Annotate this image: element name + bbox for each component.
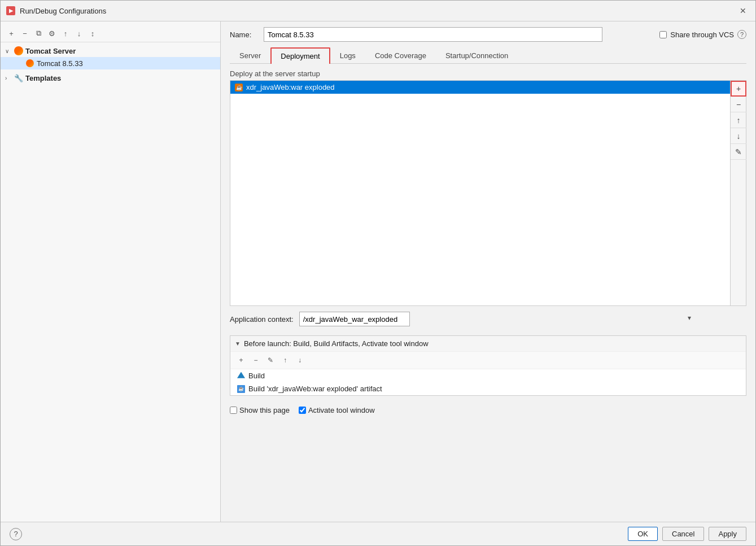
bl-item-build-label: Build <box>248 372 265 380</box>
vcs-help-icon[interactable]: ? <box>737 30 746 39</box>
deploy-at-startup-label: Deploy at the server startup <box>230 69 746 78</box>
tabs-row: Server Deployment Logs Code Coverage Sta… <box>230 47 746 64</box>
tab-server[interactable]: Server <box>230 47 270 63</box>
deployment-content: Deploy at the server startup ☕ xdr_javaW… <box>230 69 746 522</box>
bl-edit-button[interactable]: ✎ <box>264 354 277 366</box>
deploy-edit-button[interactable]: ✎ <box>731 144 746 160</box>
artifact-build-icon: ☕ <box>237 385 245 393</box>
group-arrow: ∨ <box>5 48 12 54</box>
share-vcs-label: Share through VCS <box>670 30 734 39</box>
footer-right: OK Cancel Apply <box>628 527 746 541</box>
deploy-list-container: ☕ xdr_javaWeb:war exploded + − ↑ ↓ ✎ <box>230 80 746 306</box>
share-vcs-checkbox[interactable] <box>659 31 667 38</box>
activate-window-checkbox[interactable] <box>299 407 306 414</box>
bl-item-build: Build <box>230 369 746 382</box>
title-bar: ▶ Run/Debug Configurations ✕ <box>1 1 755 21</box>
name-input[interactable] <box>264 27 602 42</box>
before-launch-section: ▼ Before launch: Build, Build Artifacts,… <box>230 335 746 396</box>
build-icon <box>237 372 245 380</box>
right-panel: Name: Share through VCS ? Server Deploym… <box>221 21 755 522</box>
tab-startup-connection[interactable]: Startup/Connection <box>436 47 518 63</box>
bl-remove-button[interactable]: − <box>250 354 262 366</box>
artifact-icon: ☕ <box>235 84 243 91</box>
deploy-down-button[interactable]: ↓ <box>731 128 746 144</box>
main-content: + − ⧉ ⚙ ↑ ↓ ↕ ∨ Tomcat Server Tomcat 8.5… <box>1 21 755 522</box>
deploy-item-label: xdr_javaWeb:war exploded <box>246 83 335 91</box>
before-launch-title: Before launch: Build, Build Artifacts, A… <box>244 339 741 348</box>
name-label: Name: <box>230 30 258 39</box>
templates-label: Templates <box>25 74 61 82</box>
before-launch-header: ▼ Before launch: Build, Build Artifacts,… <box>230 336 746 352</box>
footer-help-icon[interactable]: ? <box>10 528 22 540</box>
tomcat-server-group[interactable]: ∨ Tomcat Server <box>1 45 220 57</box>
bl-item-artifact-label: Build 'xdr_javaWeb:war exploded' artifac… <box>248 385 382 393</box>
app-context-label: Application context: <box>230 315 294 324</box>
templates-arrow: › <box>5 75 12 81</box>
tomcat-group-icon <box>14 46 23 55</box>
tomcat-child-icon <box>25 59 34 68</box>
side-buttons: + − ↑ ↓ ✎ <box>730 81 746 305</box>
bl-item-artifact: ☕ Build 'xdr_javaWeb:war exploded' artif… <box>230 382 746 395</box>
left-toolbar: + − ⧉ ⚙ ↑ ↓ ↕ <box>1 25 220 42</box>
bottom-options: Show this page Activate tool window <box>230 403 746 418</box>
move-up-config-button[interactable]: ↑ <box>59 27 72 40</box>
footer: ? OK Cancel Apply <box>1 522 755 545</box>
deploy-add-button[interactable]: + <box>731 81 746 97</box>
cancel-button[interactable]: Cancel <box>662 527 704 541</box>
show-page-option[interactable]: Show this page <box>230 406 290 414</box>
deploy-remove-button[interactable]: − <box>731 97 746 112</box>
deploy-list: ☕ xdr_javaWeb:war exploded <box>230 81 730 305</box>
activate-window-label: Activate tool window <box>308 406 375 414</box>
share-vcs-container: Share through VCS ? <box>659 30 746 39</box>
activate-window-option[interactable]: Activate tool window <box>299 406 375 414</box>
apply-button[interactable]: Apply <box>709 527 746 541</box>
move-down-config-button[interactable]: ↓ <box>73 27 85 40</box>
before-launch-collapse-arrow[interactable]: ▼ <box>235 340 241 347</box>
tomcat-8533-item[interactable]: Tomcat 8.5.33 <box>1 57 220 69</box>
deploy-item-1[interactable]: ☕ xdr_javaWeb:war exploded <box>230 81 730 94</box>
close-button[interactable]: ✕ <box>736 4 750 18</box>
settings-config-button[interactable]: ⚙ <box>46 27 58 40</box>
templates-icon: 🔧 <box>14 73 23 82</box>
tab-code-coverage[interactable]: Code Coverage <box>365 47 436 63</box>
dialog-title: Run/Debug Configurations <box>20 7 732 15</box>
bl-add-button[interactable]: + <box>235 354 247 366</box>
app-context-select-wrapper: /xdr_javaWeb_war_exploded <box>299 312 694 326</box>
app-context-select[interactable]: /xdr_javaWeb_war_exploded <box>299 312 410 326</box>
before-launch-toolbar: + − ✎ ↑ ↓ <box>230 352 746 369</box>
bl-up-button[interactable]: ↑ <box>279 354 291 366</box>
show-page-checkbox[interactable] <box>230 407 237 414</box>
deploy-up-button[interactable]: ↑ <box>731 112 746 128</box>
window-controls: ✕ <box>736 4 750 18</box>
app-icon: ▶ <box>6 6 15 15</box>
left-panel: + − ⧉ ⚙ ↑ ↓ ↕ ∨ Tomcat Server Tomcat 8.5… <box>1 21 221 522</box>
templates-group[interactable]: › 🔧 Templates <box>1 72 220 84</box>
run-debug-dialog: ▶ Run/Debug Configurations ✕ + − ⧉ ⚙ ↑ ↓… <box>0 0 756 546</box>
before-launch-items: Build ☕ Build 'xdr_javaWeb:war exploded'… <box>230 369 746 395</box>
app-context-row: Application context: /xdr_javaWeb_war_ex… <box>230 312 746 326</box>
remove-config-button[interactable]: − <box>19 27 31 40</box>
bl-down-button[interactable]: ↓ <box>294 354 306 366</box>
tomcat-group-label: Tomcat Server <box>25 47 76 55</box>
add-config-button[interactable]: + <box>5 27 18 40</box>
tab-logs[interactable]: Logs <box>330 47 365 63</box>
name-row: Name: Share through VCS ? <box>230 27 746 42</box>
copy-config-button[interactable]: ⧉ <box>32 27 45 40</box>
tomcat-child-label: Tomcat 8.5.33 <box>37 59 83 68</box>
show-page-label: Show this page <box>239 406 290 414</box>
footer-left: ? <box>10 528 22 540</box>
sort-config-button[interactable]: ↕ <box>86 27 99 40</box>
tab-deployment[interactable]: Deployment <box>270 47 330 64</box>
ok-button[interactable]: OK <box>628 527 658 541</box>
